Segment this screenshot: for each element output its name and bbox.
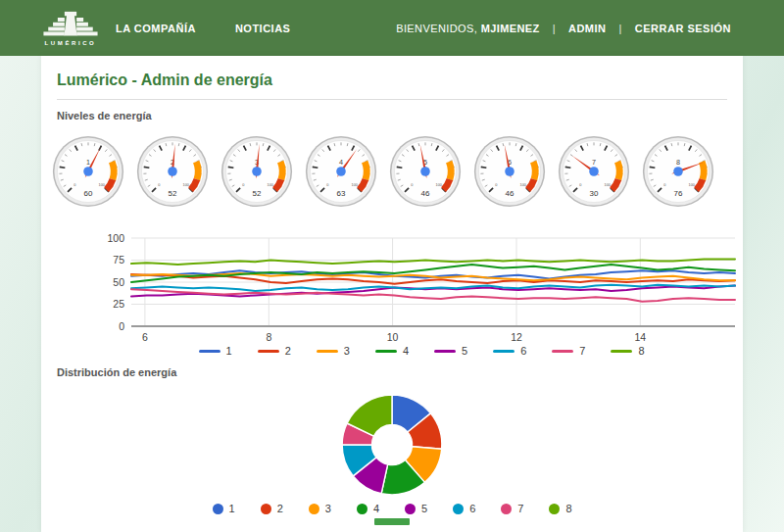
donut-legend-label: 8 [565, 503, 571, 514]
line-legend-label: 4 [403, 345, 409, 357]
line-legend-item-4[interactable]: 4 [375, 345, 409, 357]
svg-text:0: 0 [326, 183, 328, 187]
svg-text:30: 30 [590, 189, 599, 198]
line-legend-swatch [375, 350, 397, 353]
donut-legend-label: 7 [517, 503, 523, 514]
welcome-text: BIENVENIDOS, MJIMENEZ [396, 23, 540, 34]
line-legend-item-1[interactable]: 1 [199, 345, 232, 357]
line-legend-swatch [552, 350, 573, 353]
svg-text:100: 100 [268, 183, 273, 187]
gauge-7-dial: 0 100 7 30 [557, 134, 631, 209]
separator: | [619, 23, 622, 34]
donut-legend-item-8[interactable]: 8 [549, 503, 571, 514]
line-legend-label: 5 [462, 345, 467, 357]
svg-text:100: 100 [352, 183, 358, 187]
donut-chart-legend: 12345678 [57, 503, 727, 514]
donut-legend-item-2[interactable]: 2 [261, 503, 283, 514]
svg-text:60: 60 [84, 189, 93, 198]
svg-text:46: 46 [421, 189, 430, 198]
page-title: Lumérico - Admin de energía [57, 72, 727, 89]
svg-text:52: 52 [169, 189, 177, 198]
svg-text:100: 100 [605, 183, 611, 187]
line-legend-item-6[interactable]: 6 [493, 345, 526, 357]
svg-text:0: 0 [74, 183, 75, 187]
separator: | [553, 23, 556, 34]
gauge-4-dial: 0 100 4 63 [304, 134, 378, 209]
line-chart: 681012140255075100 [98, 228, 745, 344]
donut-legend-swatch [501, 504, 512, 514]
svg-text:100: 100 [99, 183, 105, 187]
gauge-7: 0 100 7 30 [557, 134, 631, 209]
nav-la-compania[interactable]: LA COMPAÑÍA [116, 23, 196, 34]
gauge-5-dial: 0 100 5 46 [388, 134, 463, 209]
donut-legend-swatch [309, 504, 319, 514]
donut-legend-swatch [405, 504, 416, 514]
svg-text:8: 8 [266, 331, 271, 343]
logo-brand-text: LUMÉRICO [45, 40, 97, 46]
logo[interactable]: LUMÉRICO [43, 11, 98, 46]
donut-legend-item-4[interactable]: 4 [357, 503, 379, 514]
svg-text:100: 100 [520, 183, 526, 187]
content-card: Lumérico - Admin de energía Niveles de e… [41, 56, 743, 532]
line-legend-swatch [611, 350, 632, 353]
donut-legend-label: 2 [277, 503, 283, 514]
donut-legend-label: 1 [229, 503, 235, 514]
line-chart-wrap: 681012140255075100 12345678 [98, 228, 745, 357]
line-legend-label: 3 [344, 345, 350, 357]
svg-text:0: 0 [579, 183, 581, 187]
donut-legend-item-3[interactable]: 3 [309, 503, 331, 514]
gauge-8-dial: 0 100 8 76 [641, 134, 715, 209]
donut-legend-item-6[interactable]: 6 [453, 503, 475, 514]
svg-text:100: 100 [107, 232, 124, 244]
donut-legend-label: 6 [469, 503, 475, 514]
svg-text:100: 100 [689, 183, 695, 187]
line-legend-swatch [258, 350, 279, 353]
gauge-3-dial: 0 100 3 52 [220, 134, 294, 209]
line-legend-item-2[interactable]: 2 [258, 345, 291, 357]
nav-admin[interactable]: ADMIN [568, 23, 607, 34]
svg-text:6: 6 [142, 331, 148, 343]
line-legend-item-5[interactable]: 5 [434, 345, 467, 357]
donut-legend-swatch [549, 504, 560, 514]
svg-text:0: 0 [495, 183, 497, 187]
svg-text:12: 12 [511, 331, 522, 343]
line-legend-item-8[interactable]: 8 [611, 345, 644, 357]
gauges-row: 0 100 1 60 0 100 2 52 0 100 3 [51, 134, 727, 209]
gauge-6: 0 100 6 46 [472, 134, 547, 209]
user-group: BIENVENIDOS, MJIMENEZ | ADMIN | CERRAR S… [396, 23, 731, 34]
main-nav: LA COMPAÑÍA NOTICIAS [116, 23, 329, 34]
line-legend-label: 7 [579, 345, 585, 357]
donut-legend-label: 4 [373, 503, 379, 514]
donut-legend-item-1[interactable]: 1 [213, 503, 235, 514]
svg-text:7: 7 [592, 158, 596, 167]
donut-legend-item-5[interactable]: 5 [405, 503, 427, 514]
donut-legend-swatch [261, 504, 271, 514]
donut-legend-swatch [357, 504, 368, 514]
line-legend-item-3[interactable]: 3 [317, 345, 350, 357]
nav-noticias[interactable]: NOTICIAS [235, 23, 291, 34]
gauge-1: 0 100 1 60 [51, 134, 125, 209]
line-legend-item-7[interactable]: 7 [552, 345, 585, 357]
nav-cerrar-sesion[interactable]: CERRAR SESIÓN [635, 23, 731, 34]
logo-pyramid-icon [43, 11, 98, 38]
pie-section-label: Distribución de energía [57, 366, 727, 378]
donut-legend-swatch [213, 504, 223, 514]
donut-legend-item-7[interactable]: 7 [501, 503, 523, 514]
line-chart-legend: 12345678 [98, 345, 745, 357]
gauge-8: 0 100 8 76 [641, 134, 715, 209]
svg-text:46: 46 [506, 189, 514, 198]
line-legend-label: 8 [638, 345, 644, 357]
line-legend-swatch [434, 350, 456, 353]
svg-text:63: 63 [337, 189, 346, 198]
gauge-6-dial: 0 100 6 46 [472, 134, 547, 209]
line-legend-swatch [317, 350, 338, 353]
cutoff-footer-element [374, 518, 410, 525]
pie-chart-wrap: 12345678 [57, 390, 727, 514]
svg-text:76: 76 [674, 189, 683, 198]
gauge-3: 0 100 3 52 [220, 134, 294, 209]
welcome-prefix: BIENVENIDOS, [396, 23, 477, 34]
donut-legend-swatch [453, 504, 464, 514]
gauge-4: 0 100 4 63 [304, 134, 378, 209]
svg-text:0: 0 [119, 320, 124, 332]
donut-chart [337, 390, 447, 500]
